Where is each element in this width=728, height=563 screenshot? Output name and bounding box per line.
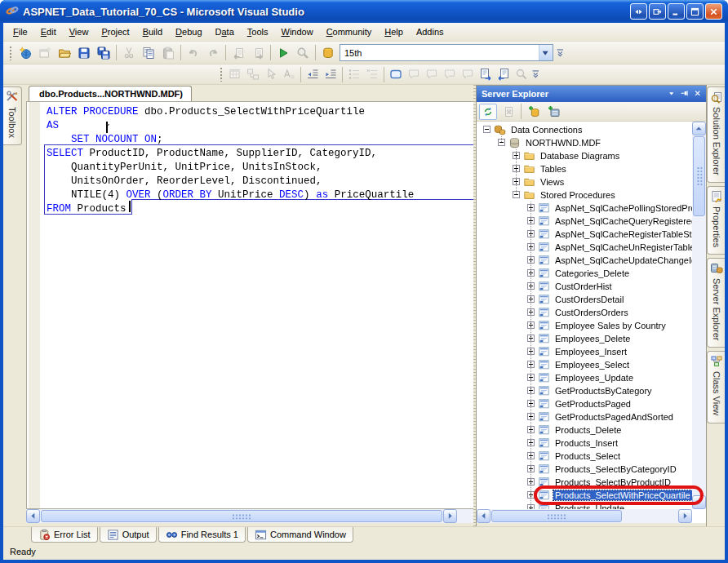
editor-tab[interactable]: dbo.Products...NORTHWND.MDF) — [29, 86, 192, 101]
menu-addins[interactable]: Addins — [410, 24, 451, 40]
navigate-forward-button[interactable] — [248, 43, 268, 63]
editor-horizontal-scrollbar[interactable] — [26, 509, 473, 523]
combobox-dropdown-button[interactable] — [539, 45, 553, 60]
bottom-tab-find-results-1[interactable]: Find Results 1 — [158, 527, 246, 543]
tree-node-label[interactable]: Employees_Select — [553, 360, 631, 370]
tree-node-getproductspagedandsorted[interactable]: GetProductsPagedAndSorted — [477, 410, 692, 423]
relationships-button[interactable] — [244, 66, 262, 83]
find-symbol-button[interactable] — [293, 43, 313, 63]
tree-vertical-scrollbar[interactable] — [692, 122, 706, 509]
tree-node-label[interactable]: AspNet_SqlCacheQueryRegisteredTablesStor… — [553, 216, 692, 226]
tree-node-label[interactable]: AspNet_SqlCacheRegisterTableStoredProced… — [553, 229, 692, 239]
tree-node-employees-delete[interactable]: Employees_Delete — [477, 332, 692, 345]
bottom-tab-command-window[interactable]: Command Window — [247, 527, 353, 543]
server-explorer-tree[interactable]: Data ConnectionsNORTHWND.MDFDatabase Dia… — [477, 122, 706, 523]
autohide-tab-toolbox[interactable]: Toolbox — [3, 86, 22, 145]
scroll-left-button[interactable] — [477, 509, 491, 523]
scroll-right-button[interactable] — [443, 509, 457, 523]
tree-node-employees-select[interactable]: Employees_Select — [477, 358, 692, 371]
tree-node-label[interactable]: Products_Insert — [553, 438, 619, 448]
toolbar-combobox[interactable]: 15th — [340, 44, 553, 61]
tree-node-label[interactable]: Employee Sales by Country — [553, 321, 668, 330]
menu-edit[interactable]: Edit — [34, 24, 63, 40]
refresh-button[interactable] — [479, 104, 497, 120]
tree-node-employees-insert[interactable]: Employees_Insert — [477, 345, 692, 358]
decrease-indent-button[interactable] — [304, 66, 322, 83]
paste-button[interactable] — [158, 43, 178, 63]
toolbar-grip[interactable] — [220, 67, 224, 82]
sql-code-text[interactable]: ALTER PROCEDURE dbo.Products_SelectWithP… — [47, 105, 414, 216]
menu-data[interactable]: Data — [209, 24, 241, 40]
save-all-button[interactable] — [94, 43, 113, 63]
tree-horizontal-scrollbar[interactable] — [477, 509, 692, 523]
autohide-tab-server-explorer[interactable]: Server Explorer — [707, 258, 725, 348]
float-window-button[interactable] — [649, 3, 666, 20]
connect-server-button[interactable] — [545, 104, 563, 120]
window-position-button[interactable] — [666, 88, 678, 100]
title-bar[interactable]: ASPNET_Data_Tutorial_70_CS - Microsoft V… — [0, 0, 728, 23]
tree-node-stored-procedures[interactable]: Stored Procedures — [477, 188, 692, 202]
redo-button[interactable] — [203, 43, 223, 63]
tree-node-getproductspaged[interactable]: GetProductsPaged — [477, 397, 692, 410]
menu-view[interactable]: View — [63, 24, 95, 40]
dock-switch-button[interactable] — [630, 3, 647, 20]
tree-node-label[interactable]: Employees_Delete — [553, 334, 632, 344]
tree-node-database-diagrams[interactable]: Database Diagrams — [477, 149, 692, 162]
server-explorer-title-bar[interactable]: Server Explorer — [477, 86, 706, 102]
autohide-tab-solution-explorer[interactable]: Solution Explorer — [707, 86, 725, 183]
toolbar-overflow-button[interactable] — [531, 65, 542, 83]
tree-node-label[interactable]: CustOrdersOrders — [553, 308, 630, 317]
bubble-plain-button[interactable] — [459, 66, 477, 83]
close-button[interactable] — [705, 3, 722, 20]
tree-node-label[interactable]: CustOrderHist — [553, 282, 614, 291]
menu-file[interactable]: File — [7, 24, 34, 40]
tree-node-views[interactable]: Views — [477, 175, 692, 188]
collapse-toggle-icon[interactable] — [483, 125, 491, 135]
bullets-button[interactable] — [345, 66, 363, 83]
tree-node-label[interactable]: Database Diagrams — [539, 151, 621, 161]
remove-bullets-button[interactable] — [363, 66, 381, 83]
tree-node-label[interactable]: AspNet_SqlCacheUpdateChangeIdStoredProce… — [553, 255, 692, 265]
tree-node-products-delete[interactable]: Products_Delete — [477, 423, 692, 437]
select-pointer-button[interactable] — [262, 66, 280, 83]
menu-tools[interactable]: Tools — [241, 24, 275, 40]
dropdown-caret-icon[interactable] — [106, 122, 108, 133]
tree-node-aspnet-sqlcachequeryregisteredtablesstor[interactable]: AspNet_SqlCacheQueryRegisteredTablesStor… — [477, 215, 692, 228]
menu-community[interactable]: Community — [320, 24, 379, 40]
menu-help[interactable]: Help — [378, 24, 410, 40]
tree-node-label[interactable]: Products_Delete — [553, 425, 623, 435]
script-import-button[interactable] — [495, 66, 513, 83]
toolbar-grip[interactable] — [9, 46, 13, 60]
note-box-button[interactable] — [387, 66, 405, 83]
tree-node-label[interactable]: Products_Select — [553, 451, 622, 461]
tree-node-custordersdetail[interactable]: CustOrdersDetail — [477, 293, 692, 306]
auto-hide-pin-button[interactable] — [679, 88, 691, 100]
tree-node-aspnet-sqlcachepollingstoredprocedure[interactable]: AspNet_SqlCachePollingStoredProcedure — [477, 202, 692, 215]
code-editor-surface[interactable]: ALTER PROCEDURE dbo.Products_SelectWithP… — [26, 101, 473, 509]
stop-refresh-button[interactable] — [499, 104, 517, 120]
scrollbar-thumb[interactable] — [41, 510, 442, 522]
scrollbar-thumb[interactable] — [693, 136, 705, 216]
tree-node-label[interactable]: GetProductsPaged — [553, 399, 633, 409]
tree-node-aspnet-sqlcacheunregistertablestoredproc[interactable]: AspNet_SqlCacheUnRegisterTableStoredProc… — [477, 241, 692, 254]
tree-node-data-connections[interactable]: Data Connections — [477, 123, 692, 136]
tree-node-tables[interactable]: Tables — [477, 162, 692, 175]
open-file-button[interactable] — [55, 43, 74, 63]
bottom-tab-error-list[interactable]: Error List — [31, 527, 98, 543]
bubble-plain-button[interactable] — [405, 66, 423, 83]
tree-node-products-selectbycategoryid[interactable]: Products_SelectByCategoryID — [477, 463, 692, 476]
bubble-plain-button[interactable] — [423, 66, 441, 83]
tree-node-products-select[interactable]: Products_Select — [477, 450, 692, 463]
scroll-right-button[interactable] — [678, 509, 692, 523]
toolbar-overflow-button[interactable] — [556, 44, 566, 62]
add-item-button[interactable] — [35, 43, 55, 63]
scrollbar-thumb[interactable] — [491, 510, 622, 522]
tree-node-label[interactable]: Employees_Insert — [553, 347, 628, 357]
tree-node-label[interactable]: AspNet_SqlCachePollingStoredProcedure — [553, 203, 692, 213]
tree-node-label[interactable]: Employees_Update — [553, 373, 635, 383]
bottom-tab-output[interactable]: Output — [100, 527, 157, 543]
tree-node-employee-sales-by-country[interactable]: Employee Sales by Country — [477, 319, 692, 332]
script-export-button[interactable] — [477, 66, 495, 83]
tree-node-label[interactable]: GetProductsByCategory — [553, 386, 654, 396]
undo-button[interactable] — [184, 43, 203, 63]
